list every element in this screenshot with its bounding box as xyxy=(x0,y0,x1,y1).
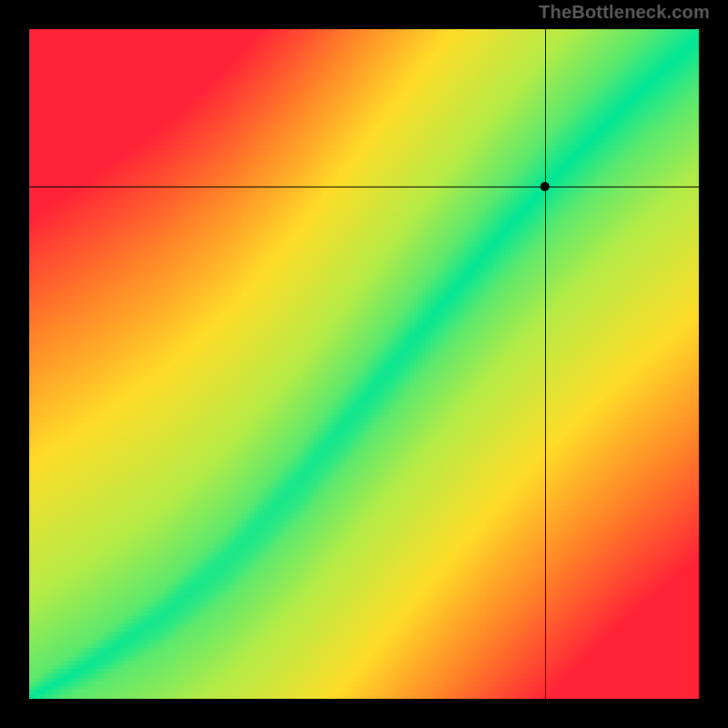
chart-stage: TheBottleneck.com xyxy=(0,0,728,728)
plot-area xyxy=(29,29,699,699)
attribution-text: TheBottleneck.com xyxy=(539,2,710,23)
heatmap-canvas xyxy=(29,29,699,699)
